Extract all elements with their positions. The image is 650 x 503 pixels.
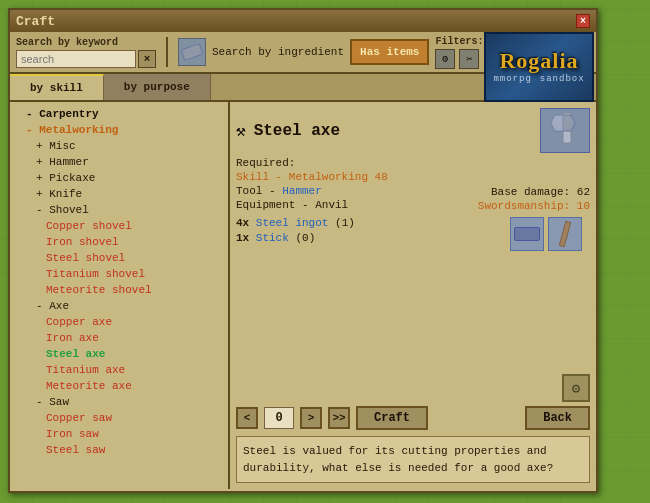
tab-by-skill[interactable]: by skill <box>10 74 104 100</box>
ingredient-1-name[interactable]: Stick <box>256 232 289 244</box>
tree-item-axe[interactable]: - Axe <box>10 298 228 314</box>
nav-skip-button[interactable]: >> <box>328 407 350 429</box>
item-thumbnail <box>540 108 590 153</box>
search-clear-button[interactable]: × <box>138 50 156 68</box>
right-panel: ⚒ Steel axe Required: Skill - Metalworki… <box>230 102 596 489</box>
gear-button[interactable]: ⚙ <box>562 374 590 402</box>
window-title: Craft <box>16 14 55 29</box>
tree-item-steel-saw[interactable]: Steel saw <box>10 442 228 458</box>
filters-icons: ⚙ ✂ <box>435 49 483 69</box>
tab-by-purpose[interactable]: by purpose <box>104 74 211 100</box>
main-content: - Carpentry - Metalworking + Misc + Hamm… <box>10 102 596 489</box>
ingredient-icon-1-inner <box>559 221 572 248</box>
tree-panel: - Carpentry - Metalworking + Misc + Hamm… <box>10 102 230 489</box>
ingredient-0-name[interactable]: Steel ingot <box>256 217 329 229</box>
item-title: Steel axe <box>254 122 340 140</box>
tree-item-carpentry[interactable]: - Carpentry <box>10 106 228 122</box>
ingredient-row-0: 4x Steel ingot (1) <box>236 217 500 229</box>
tree-item-steel-axe[interactable]: Steel axe <box>10 346 228 362</box>
filters-label: Filters: <box>435 36 483 47</box>
has-items-button[interactable]: Has items <box>350 39 429 65</box>
logo-text: Rogalia <box>499 50 578 72</box>
required-section: Required: Skill - Metalworking 48 Tool -… <box>236 157 590 213</box>
search-input-row: × <box>16 50 156 68</box>
tree-item-titanium-shovel[interactable]: Titanium shovel <box>10 266 228 282</box>
ingredient-icon-inner <box>181 43 204 61</box>
logo-content: Rogalia mmorpg sandbox <box>493 50 584 84</box>
ingredient-0-count: (1) <box>335 217 355 229</box>
tree-item-iron-axe[interactable]: Iron axe <box>10 330 228 346</box>
tool-info: Tool - Hammer <box>236 185 322 197</box>
filters-box: Filters: ⚙ ✂ <box>435 36 483 69</box>
tree-item-copper-shovel[interactable]: Copper shovel <box>10 218 228 234</box>
filter-icon-2[interactable]: ✂ <box>459 49 479 69</box>
axe-symbol: ⚒ <box>236 121 246 141</box>
ingredients-section: 4x Steel ingot (1) 1x Stick (0) <box>236 217 590 251</box>
search-input[interactable] <box>16 50 136 68</box>
tree-item-titanium-axe[interactable]: Titanium axe <box>10 362 228 378</box>
skill-info: Skill - Metalworking 48 <box>236 171 590 183</box>
logo-subtitle: mmorpg sandbox <box>493 74 584 84</box>
ingredient-icon-1 <box>548 217 582 251</box>
ingredient-1-qty: 1x <box>236 232 256 244</box>
ingredient-1-count: (0) <box>295 232 315 244</box>
ingredient-row-1: 1x Stick (0) <box>236 232 500 244</box>
axe-thumbnail-svg <box>543 111 587 151</box>
title-bar: Craft × <box>10 10 596 32</box>
gear-row: ⚙ <box>236 374 590 402</box>
tree-item-saw[interactable]: - Saw <box>10 394 228 410</box>
skill-link[interactable]: Skill - Metalworking 48 <box>236 171 388 183</box>
search-keyword-label: Search by keyword <box>16 37 156 48</box>
quantity-display: 0 <box>264 407 294 429</box>
logo-sub2: sandbox <box>540 74 585 84</box>
required-label: Required: <box>236 157 590 169</box>
tree-item-metalworking[interactable]: - Metalworking <box>10 122 228 138</box>
logo-box: Rogalia mmorpg sandbox <box>484 32 594 102</box>
tree-item-copper-axe[interactable]: Copper axe <box>10 314 228 330</box>
tree-item-misc[interactable]: + Misc <box>10 138 228 154</box>
close-button[interactable]: × <box>576 14 590 28</box>
ingredients-list: 4x Steel ingot (1) 1x Stick (0) <box>236 217 500 251</box>
ingredient-icon <box>178 38 206 66</box>
filter-icon-1[interactable]: ⚙ <box>435 49 455 69</box>
toolbar-divider <box>166 37 168 67</box>
craft-button[interactable]: Craft <box>356 406 428 430</box>
search-keyword-box: Search by keyword × <box>16 37 156 68</box>
ingredient-0-qty: 4x <box>236 217 256 229</box>
item-header: ⚒ Steel axe <box>236 108 590 153</box>
nav-prev-button[interactable]: < <box>236 407 258 429</box>
tree-item-meteorite-shovel[interactable]: Meteorite shovel <box>10 282 228 298</box>
tree-item-steel-shovel[interactable]: Steel shovel <box>10 250 228 266</box>
search-ingredient-label: Search by ingredient <box>212 45 344 59</box>
equipment-info: Equipment - Anvil <box>236 199 348 211</box>
ingredient-icons-box <box>510 217 590 251</box>
tree-item-iron-saw[interactable]: Iron saw <box>10 426 228 442</box>
logo-sub1: mmorpg <box>493 74 531 84</box>
nav-next-button[interactable]: > <box>300 407 322 429</box>
bottom-section: ⚙ < 0 > >> Craft Back Steel is valued fo… <box>236 374 590 483</box>
tool-link[interactable]: Hammer <box>282 185 322 197</box>
back-button[interactable]: Back <box>525 406 590 430</box>
base-damage: Base damage: 62 <box>491 186 590 198</box>
ingredient-icon-0 <box>510 217 544 251</box>
ingredient-icon-0-inner <box>514 227 540 241</box>
tree-item-iron-shovel[interactable]: Iron shovel <box>10 234 228 250</box>
description-box: Steel is valued for its cutting properti… <box>236 436 590 483</box>
controls-row: < 0 > >> Craft Back <box>236 406 590 430</box>
tree-item-hammer[interactable]: + Hammer <box>10 154 228 170</box>
tree-item-pickaxe[interactable]: + Pickaxe <box>10 170 228 186</box>
search-ingredient-box[interactable]: Search by ingredient <box>178 38 344 66</box>
tree-item-meteorite-axe[interactable]: Meteorite axe <box>10 378 228 394</box>
tree-item-copper-saw[interactable]: Copper saw <box>10 410 228 426</box>
swordsmanship: Swordsmanship: 10 <box>478 200 590 212</box>
craft-window: Craft × Rogalia mmorpg sandbox Search by… <box>8 8 598 493</box>
tree-item-knife[interactable]: + Knife <box>10 186 228 202</box>
tree-item-shovel[interactable]: - Shovel <box>10 202 228 218</box>
